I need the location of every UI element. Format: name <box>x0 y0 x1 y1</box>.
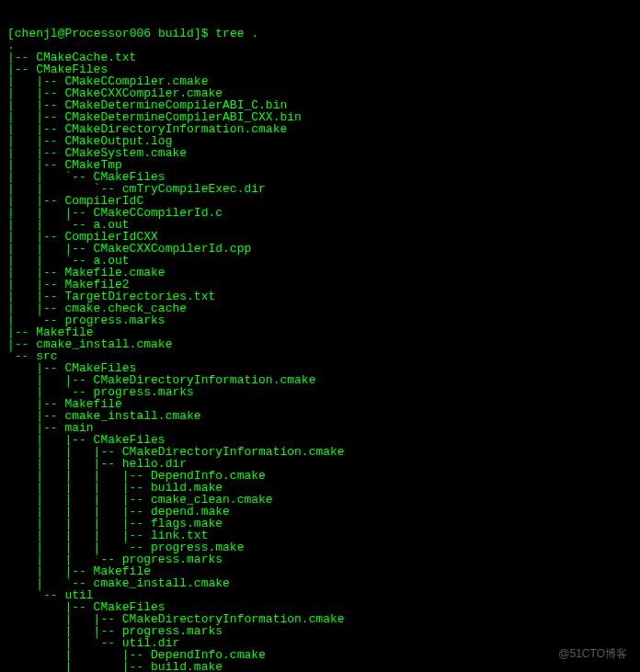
tree-line: | |-- build.make <box>7 661 633 672</box>
terminal-output: [chenjl@Processor006 build]$ tree ..|-- … <box>7 4 633 672</box>
prompt-path: build <box>158 27 194 40</box>
watermark: @51CTO博客 <box>558 648 627 659</box>
prompt-user: chenjl <box>15 27 58 40</box>
prompt-line: [chenjl@Processor006 build]$ tree . <box>7 28 633 40</box>
tree-line: | `-- cmake_install.cmake <box>7 577 633 589</box>
prompt-close: ]$ <box>194 27 215 40</box>
prompt-host: Processor006 <box>64 27 151 40</box>
tree-output: .|-- CMakeCache.txt|-- CMakeFiles| |-- C… <box>7 40 633 672</box>
tree-line: | `-- progress.marks <box>7 314 633 326</box>
command-text[interactable]: tree . <box>215 27 258 40</box>
tree-line: |-- cmake_install.cmake <box>7 410 633 422</box>
tree-line: |-- cmake_install.cmake <box>7 338 633 350</box>
